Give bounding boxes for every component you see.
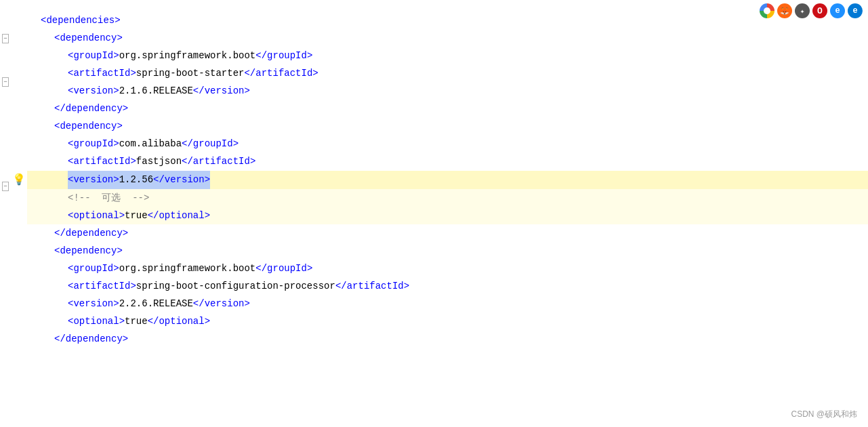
code-line-12: <optional>true</optional> [27, 207, 868, 224]
code-line-4: <artifactId>spring-boot-starter</artifac… [27, 65, 868, 83]
code-line-16: <artifactId>spring-boot-configuration-pr… [27, 277, 868, 295]
code-area: <dependencies> <dependency> <groupId>org… [0, 5, 868, 354]
code-line-17: <version>2.2.6.RELEASE</version> [27, 295, 868, 312]
code-line-10: 💡 <version>1.2.56</version> [27, 171, 868, 189]
code-line-9: <artifactId>fastjson</artifactId> [27, 153, 868, 171]
code-line-19: </dependency> [27, 330, 868, 348]
left-gutter: − − − [0, 0, 12, 427]
opera-icon[interactable]: O [812, 3, 827, 18]
code-line-2: <dependency> [27, 30, 868, 47]
code-line-3: <groupId>org.springframework.boot</group… [27, 47, 868, 65]
chrome-icon[interactable] [760, 3, 774, 18]
fold-marker-2[interactable]: − [2, 77, 9, 87]
code-line-15: <groupId>org.springframework.boot</group… [27, 260, 868, 277]
fold-marker-1[interactable]: − [2, 34, 9, 43]
code-line-13: </dependency> [27, 224, 868, 242]
edge-icon[interactable]: e [848, 3, 863, 18]
code-line-5: <version>2.1.6.RELEASE</version> [27, 83, 868, 100]
firefox-icon[interactable]: 🦊 [777, 3, 792, 18]
bulb-icon[interactable]: 💡 [12, 170, 26, 190]
code-line-1: <dependencies> [27, 12, 868, 30]
code-line-11: <!-- 可选 --> [27, 189, 868, 207]
code-line-18: <optional>true</optional> [27, 312, 868, 330]
code-line-14: <dependency> [27, 242, 868, 260]
browser-icons-bar: 🦊 ✦ O e e [754, 0, 868, 22]
ie-icon[interactable]: e [830, 3, 845, 18]
version-tag-selected: <version>1.2.56</version> [68, 171, 210, 189]
watermark: CSDN @硕风和炜 [791, 409, 857, 420]
opera-dev-icon[interactable]: ✦ [795, 3, 810, 18]
code-line-8: <groupId>com.alibaba</groupId> [27, 136, 868, 153]
code-line-6: </dependency> [27, 100, 868, 118]
fold-marker-3[interactable]: − [2, 182, 9, 191]
code-line-7: <dependency> [27, 118, 868, 136]
